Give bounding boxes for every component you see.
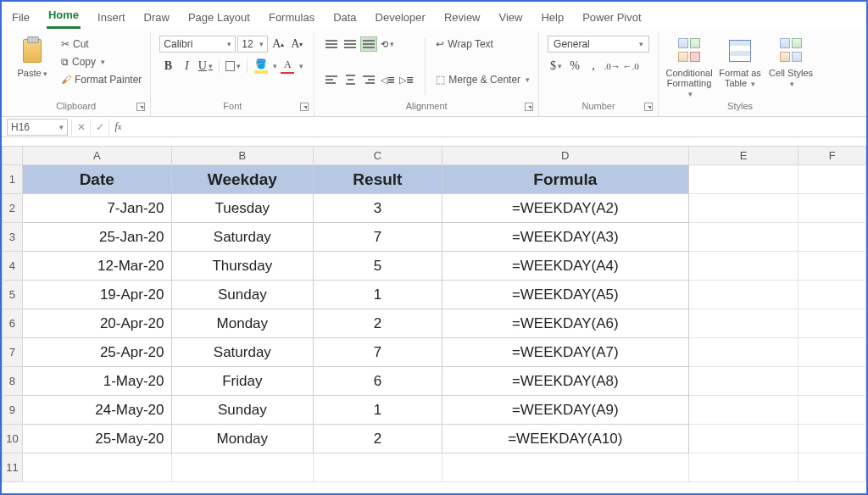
align-right-button[interactable] xyxy=(360,72,377,87)
decrease-decimal-button[interactable]: ←.0 xyxy=(622,58,639,75)
cell[interactable] xyxy=(798,223,866,252)
tab-page-layout[interactable]: Page Layout xyxy=(186,9,252,29)
accounting-format-button[interactable]: $▾ xyxy=(548,58,565,75)
cell[interactable]: 2 xyxy=(314,309,442,338)
row-header[interactable]: 9 xyxy=(3,396,23,425)
name-box[interactable]: H16▾ xyxy=(7,119,68,136)
orientation-button[interactable]: ⟲▾ xyxy=(379,36,396,53)
number-dialog-launcher[interactable] xyxy=(644,103,653,111)
spreadsheet-grid[interactable]: A B C D E F 1 Date Weekday Result Formul… xyxy=(2,146,866,493)
increase-font-button[interactable]: A▴ xyxy=(270,36,287,53)
row-header[interactable]: 4 xyxy=(3,252,23,281)
cell[interactable]: 7 xyxy=(314,338,442,367)
col-header-e[interactable]: E xyxy=(688,147,798,165)
cell[interactable] xyxy=(798,165,866,194)
select-all-corner[interactable] xyxy=(3,147,23,165)
cell[interactable]: 7-Jan-20 xyxy=(22,194,171,223)
col-header-b[interactable]: B xyxy=(171,147,314,165)
row-header[interactable]: 2 xyxy=(3,194,23,223)
cell[interactable]: Thursday xyxy=(171,252,314,281)
cell[interactable]: =WEEKDAY(A10) xyxy=(442,425,688,453)
cell[interactable]: Formula xyxy=(442,165,688,194)
cell[interactable]: Monday xyxy=(171,425,314,453)
cell[interactable] xyxy=(688,252,798,281)
row-header[interactable]: 10 xyxy=(3,425,23,453)
paste-button[interactable]: Paste▾ xyxy=(10,36,54,79)
cell[interactable] xyxy=(22,453,171,482)
tab-developer[interactable]: Developer xyxy=(374,9,427,29)
clipboard-dialog-launcher[interactable] xyxy=(136,103,145,111)
cell[interactable]: Sunday xyxy=(171,396,314,425)
tab-power-pivot[interactable]: Power Pivot xyxy=(581,9,643,29)
row-header[interactable]: 5 xyxy=(3,281,23,309)
percent-format-button[interactable]: % xyxy=(566,58,583,75)
cell[interactable]: Result xyxy=(314,165,442,194)
cell[interactable] xyxy=(798,396,866,425)
cell-styles-button[interactable]: Cell Styles ▾ xyxy=(769,36,813,89)
tab-review[interactable]: Review xyxy=(442,9,482,29)
cell[interactable]: Monday xyxy=(171,309,314,338)
row-header[interactable]: 7 xyxy=(3,338,23,367)
cut-button[interactable]: ✂ Cut xyxy=(61,36,142,53)
increase-decimal-button[interactable]: .0→ xyxy=(604,58,620,75)
row-header[interactable]: 3 xyxy=(3,223,23,252)
cancel-formula-button[interactable]: ✕ xyxy=(71,119,90,136)
cell[interactable]: Saturday xyxy=(171,223,314,252)
align-center-button[interactable] xyxy=(342,72,359,87)
cell[interactable]: 1 xyxy=(314,281,442,309)
cell[interactable]: =WEEKDAY(A5) xyxy=(442,281,688,309)
cell[interactable] xyxy=(688,338,798,367)
cell[interactable]: 6 xyxy=(314,367,442,396)
tab-formulas[interactable]: Formulas xyxy=(267,9,316,29)
cell[interactable]: 5 xyxy=(314,252,442,281)
cell[interactable] xyxy=(688,309,798,338)
cell[interactable]: 24-May-20 xyxy=(22,396,171,425)
fill-color-button[interactable]: 🪣 xyxy=(253,58,270,75)
font-size-selector[interactable]: 12▾ xyxy=(237,36,268,53)
cell[interactable]: =WEEKDAY(A6) xyxy=(442,309,688,338)
cell[interactable]: =WEEKDAY(A9) xyxy=(442,396,688,425)
cell[interactable]: 19-Apr-20 xyxy=(22,281,171,309)
cell[interactable] xyxy=(688,367,798,396)
cell[interactable]: Sunday xyxy=(171,281,314,309)
copy-button[interactable]: ⧉ Copy▾ xyxy=(61,53,142,70)
cell[interactable] xyxy=(688,194,798,223)
wrap-text-button[interactable]: ↩Wrap Text xyxy=(436,36,530,53)
cell[interactable] xyxy=(442,453,688,482)
cell[interactable] xyxy=(798,425,866,453)
number-format-selector[interactable]: General▾ xyxy=(548,36,649,53)
cell[interactable] xyxy=(798,194,866,223)
tab-view[interactable]: View xyxy=(498,9,525,29)
tab-draw[interactable]: Draw xyxy=(142,9,171,29)
cell[interactable] xyxy=(798,309,866,338)
font-color-button[interactable]: A xyxy=(279,58,296,75)
col-header-d[interactable]: D xyxy=(442,147,688,165)
col-header-a[interactable]: A xyxy=(22,147,171,165)
tab-home[interactable]: Home xyxy=(47,7,81,29)
cell[interactable]: 1 xyxy=(314,396,442,425)
format-as-table-button[interactable]: Format as Table ▾ xyxy=(718,36,762,89)
row-header[interactable]: 11 xyxy=(3,453,23,482)
cell[interactable]: 25-Apr-20 xyxy=(22,338,171,367)
row-header[interactable]: 8 xyxy=(3,367,23,396)
merge-center-button[interactable]: ⬚Merge & Center▾ xyxy=(436,71,530,88)
tab-file[interactable]: File xyxy=(10,9,31,29)
cell[interactable]: 3 xyxy=(314,194,442,223)
cell[interactable]: =WEEKDAY(A4) xyxy=(442,252,688,281)
alignment-dialog-launcher[interactable] xyxy=(525,103,533,111)
cell[interactable]: =WEEKDAY(A8) xyxy=(442,367,688,396)
underline-button[interactable]: U▾ xyxy=(197,58,214,75)
font-name-selector[interactable]: Calibri▾ xyxy=(159,36,236,53)
conditional-formatting-button[interactable]: Conditional Formatting ▾ xyxy=(667,36,711,99)
cell[interactable] xyxy=(688,165,798,194)
cell[interactable] xyxy=(798,338,866,367)
tab-data[interactable]: Data xyxy=(331,9,358,29)
cell[interactable]: 7 xyxy=(314,223,442,252)
increase-indent-button[interactable]: ▷≣ xyxy=(398,71,415,88)
comma-format-button[interactable]: , xyxy=(585,58,602,75)
cell[interactable] xyxy=(688,281,798,309)
formula-input[interactable] xyxy=(127,119,866,136)
cell[interactable] xyxy=(798,367,866,396)
align-bottom-button[interactable] xyxy=(360,36,377,52)
cell[interactable]: Saturday xyxy=(171,338,314,367)
